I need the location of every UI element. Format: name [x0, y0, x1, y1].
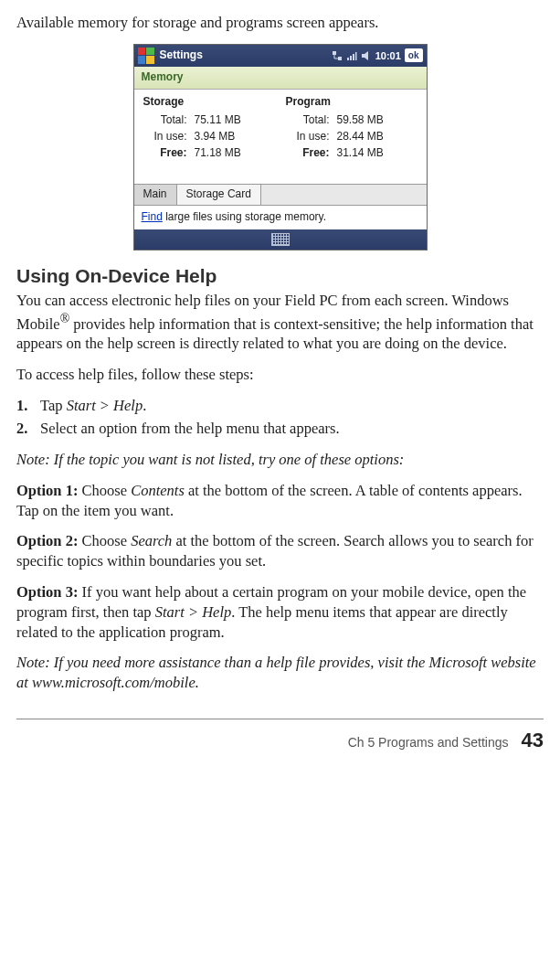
tab-storage-card[interactable]: Storage Card	[177, 185, 261, 205]
footer-chapter: Ch 5 Programs and Settings	[348, 734, 509, 751]
signal-icon	[346, 50, 357, 61]
find-row: Find large files using storage memory.	[134, 206, 427, 229]
step1-ital: Start > Help	[67, 397, 143, 414]
option-3: Option 3: If you want help about a certa…	[16, 582, 544, 642]
registered-mark: ®	[60, 312, 69, 325]
step1-post: .	[143, 397, 146, 414]
keyboard-icon[interactable]	[271, 233, 290, 246]
step-1: 1. Tap Start > Help.	[16, 396, 544, 416]
opt3-ital: Start > Help	[155, 603, 232, 621]
note2-c: .	[195, 674, 199, 691]
device-frame: Settings 10:01 ok Memory Storage Total:7…	[133, 44, 428, 250]
svg-rect-3	[350, 56, 352, 60]
intro-text: Available memory for storage and program…	[16, 13, 544, 33]
storage-title: Storage	[143, 95, 275, 110]
storage-total-label: Total:	[143, 113, 187, 128]
step2-text: Select an option from the help menu that…	[40, 420, 340, 437]
memory-body: Storage Total:75.11 MB In use:3.94 MB Fr…	[134, 90, 427, 184]
svg-rect-5	[355, 52, 357, 60]
bottom-bar	[134, 229, 427, 250]
footer-page-number: 43	[522, 727, 544, 753]
program-inuse-value: 28.44 MB	[330, 130, 417, 144]
find-link[interactable]: Find	[142, 210, 163, 223]
step1-pre: Tap	[40, 397, 67, 414]
steps-list: 1. Tap Start > Help. 2.Select an option …	[16, 396, 544, 440]
note-1: Note: If the topic you want is not liste…	[16, 450, 544, 470]
titlebar: Settings 10:01 ok	[134, 45, 427, 67]
para1b: provides help information that is contex…	[16, 314, 534, 352]
storage-total-value: 75.11 MB	[187, 113, 275, 128]
storage-free-value: 71.18 MB	[187, 146, 275, 161]
find-rest-text: large files using storage memory.	[163, 210, 326, 223]
volume-icon	[361, 50, 372, 61]
program-free-label: Free:	[286, 146, 330, 161]
clock-text: 10:01	[375, 49, 401, 63]
opt2-a: Choose	[78, 532, 131, 549]
program-free-value: 31.14 MB	[330, 146, 417, 161]
opt1-label: Option 1:	[16, 482, 78, 499]
storage-inuse-label: In use:	[143, 130, 187, 144]
svg-rect-2	[347, 58, 349, 60]
program-title: Program	[286, 95, 417, 110]
opt2-ital: Search	[131, 532, 172, 549]
program-inuse-label: In use:	[286, 130, 330, 144]
option-1: Option 1: Choose Contents at the bottom …	[16, 481, 544, 521]
storage-free-label: Free:	[143, 146, 187, 161]
program-total-label: Total:	[286, 113, 330, 128]
opt2-label: Option 2:	[16, 532, 78, 549]
step-2: 2.Select an option from the help menu th…	[16, 419, 544, 439]
program-column: Program Total:59.58 MB In use:28.44 MB F…	[286, 95, 417, 162]
program-total-value: 59.58 MB	[330, 113, 417, 128]
storage-column: Storage Total:75.11 MB In use:3.94 MB Fr…	[143, 95, 275, 162]
option-2: Option 2: Choose Search at the bottom of…	[16, 531, 544, 571]
svg-rect-1	[338, 57, 342, 60]
tabs-bar: Main Storage Card	[134, 184, 427, 206]
opt1-a: Choose	[78, 482, 131, 499]
connectivity-icon	[332, 50, 343, 61]
svg-marker-6	[362, 51, 368, 60]
system-tray: 10:01 ok	[332, 48, 423, 62]
memory-header: Memory	[134, 67, 427, 90]
note-2: Note: If you need more assistance than a…	[16, 653, 544, 693]
section-heading: Using On-Device Help	[16, 263, 544, 289]
ok-button[interactable]: ok	[405, 48, 423, 62]
paragraph-steps-intro: To access help files, follow these steps…	[16, 365, 544, 385]
embedded-screenshot: Settings 10:01 ok Memory Storage Total:7…	[16, 44, 544, 251]
svg-rect-4	[353, 54, 354, 60]
note2-url: www.microsoft.com/mobile	[32, 674, 195, 691]
tab-main[interactable]: Main	[134, 185, 177, 205]
storage-inuse-value: 3.94 MB	[187, 130, 275, 144]
paragraph-intro: You can access electronic help files on …	[16, 291, 544, 354]
svg-rect-0	[333, 51, 336, 55]
opt3-label: Option 3:	[16, 583, 78, 601]
start-icon[interactable]	[138, 48, 154, 64]
page-footer: Ch 5 Programs and Settings 43	[16, 719, 544, 768]
titlebar-title: Settings	[160, 48, 326, 63]
opt1-ital: Contents	[131, 482, 185, 499]
